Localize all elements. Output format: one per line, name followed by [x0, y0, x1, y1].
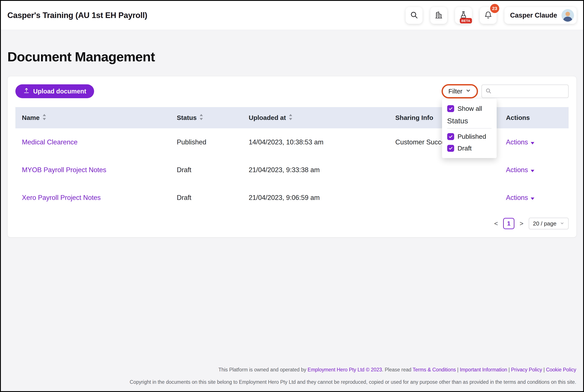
- search-icon: [410, 11, 418, 20]
- footer-text: This Platform is owned and operated by: [218, 367, 308, 372]
- privacy-policy-link[interactable]: Privacy Policy: [511, 367, 542, 372]
- search-button[interactable]: [406, 7, 423, 24]
- table-row: Xero Payroll Project Notes Draft 21/04/2…: [15, 184, 569, 212]
- footer-separator: |: [544, 367, 545, 372]
- current-page-button[interactable]: 1: [503, 218, 515, 229]
- status-cell: Published: [170, 128, 242, 156]
- document-link[interactable]: Medical Clearence: [22, 138, 78, 146]
- column-label: Actions: [506, 114, 530, 122]
- footer-text: . Please read: [382, 367, 413, 372]
- uploaded-at-cell: 21/04/2023, 9:33:38 am: [242, 156, 389, 184]
- page-title: Document Management: [7, 49, 583, 64]
- sort-icon[interactable]: [42, 114, 46, 122]
- filter-highlight-ring: Filter Show all Status: [442, 84, 478, 98]
- document-link[interactable]: MYOB Payroll Project Notes: [22, 166, 106, 174]
- important-information-link[interactable]: Important Information: [460, 367, 507, 372]
- caret-down-icon: [531, 138, 534, 146]
- notification-count-badge: 23: [490, 4, 499, 13]
- checkbox-checked[interactable]: [447, 145, 454, 152]
- filter-section-title: Status: [447, 117, 492, 125]
- notifications-bell-icon: [484, 11, 492, 20]
- toolbar-right: Filter Show all Status: [442, 84, 569, 98]
- prev-page-button[interactable]: <: [493, 220, 499, 227]
- footer: This Platform is owned and operated by E…: [130, 366, 576, 386]
- filter-option-label: Show all: [458, 105, 482, 112]
- cookie-policy-link[interactable]: Cookie Policy: [546, 367, 576, 372]
- upload-document-button[interactable]: Upload document: [15, 84, 94, 98]
- column-header-uploaded-at[interactable]: Uploaded at: [242, 107, 389, 128]
- upload-button-label: Upload document: [33, 88, 86, 95]
- column-header-actions: Actions: [500, 107, 569, 128]
- notifications-button[interactable]: 23: [480, 7, 497, 24]
- status-cell: Draft: [170, 184, 242, 212]
- next-page-button[interactable]: >: [519, 220, 524, 227]
- column-header-status[interactable]: Status: [170, 107, 242, 128]
- actions-label: Actions: [506, 138, 528, 146]
- organisation-icon: [435, 11, 443, 20]
- filter-dropdown: Show all Status Published: [442, 99, 497, 158]
- footer-company-link[interactable]: Employment Hero Pty Ltd © 2023: [308, 367, 382, 372]
- card-toolbar: Upload document Filter: [15, 84, 569, 98]
- column-label: Uploaded at: [249, 114, 286, 122]
- actions-label: Actions: [506, 194, 528, 202]
- filter-option-published[interactable]: Published: [447, 133, 492, 140]
- page-size-value: 20 / page: [533, 220, 557, 227]
- beta-badge: BETA: [460, 18, 472, 24]
- topbar: Casper's Training (AU 1st EH Payroll): [1, 1, 583, 30]
- sort-icon[interactable]: [289, 114, 293, 122]
- row-actions-button[interactable]: Actions: [506, 138, 534, 146]
- table-row: MYOB Payroll Project Notes Draft 21/04/2…: [15, 156, 569, 184]
- terms-link[interactable]: Terms & Conditions: [413, 367, 456, 372]
- upload-icon: [23, 88, 30, 96]
- status-cell: Draft: [170, 156, 242, 184]
- document-search-box: [482, 84, 569, 98]
- uploaded-at-cell: 21/04/2023, 9:06:59 am: [242, 184, 389, 212]
- app-frame: Casper's Training (AU 1st EH Payroll): [0, 0, 584, 392]
- column-label: Name: [22, 114, 40, 122]
- row-actions-button[interactable]: Actions: [506, 166, 534, 174]
- sharing-info-cell: [389, 156, 500, 184]
- footer-line-2: Copyright in the documents on this site …: [130, 379, 576, 386]
- user-name: Casper Claude: [510, 12, 557, 19]
- documents-card: Upload document Filter: [7, 76, 577, 238]
- organisation-button[interactable]: [430, 7, 447, 24]
- pagination: < 1 > 20 / page: [15, 218, 569, 230]
- filter-divider: [447, 128, 492, 128]
- uploaded-at-cell: 14/04/2023, 10:38:53 am: [242, 128, 389, 156]
- chevron-down-icon: [465, 88, 471, 95]
- footer-separator: |: [509, 367, 510, 372]
- chevron-down-icon: [560, 220, 564, 227]
- checkbox-checked[interactable]: [447, 133, 454, 140]
- footer-separator: |: [457, 367, 459, 372]
- actions-label: Actions: [506, 166, 528, 174]
- workspace-title: Casper's Training (AU 1st EH Payroll): [7, 11, 147, 20]
- filter-button-label: Filter: [449, 88, 462, 95]
- filter-button[interactable]: Filter: [443, 86, 477, 97]
- user-avatar: [562, 9, 574, 22]
- filter-option-label: Published: [458, 133, 486, 140]
- sharing-info-cell: [389, 184, 500, 212]
- column-label: Sharing Info: [395, 114, 433, 122]
- column-header-name[interactable]: Name: [15, 107, 170, 128]
- filter-option-draft[interactable]: Draft: [447, 144, 492, 152]
- document-search-input[interactable]: [494, 88, 565, 95]
- labs-beta-button[interactable]: BETA: [455, 7, 472, 24]
- user-menu-button[interactable]: Casper Claude: [505, 7, 577, 24]
- page-size-select[interactable]: 20 / page: [529, 218, 569, 230]
- topbar-actions: BETA 23 Casper Claude: [406, 7, 577, 24]
- row-actions-button[interactable]: Actions: [506, 194, 534, 202]
- checkbox-checked[interactable]: [447, 105, 454, 112]
- filter-option-show-all[interactable]: Show all: [447, 105, 492, 112]
- sort-icon[interactable]: [199, 114, 203, 122]
- document-link[interactable]: Xero Payroll Project Notes: [22, 194, 101, 202]
- filter-option-label: Draft: [458, 144, 472, 152]
- caret-down-icon: [531, 166, 534, 174]
- footer-line-1: This Platform is owned and operated by E…: [130, 366, 576, 373]
- caret-down-icon: [531, 194, 534, 202]
- column-label: Status: [177, 114, 197, 122]
- search-icon: [485, 88, 492, 95]
